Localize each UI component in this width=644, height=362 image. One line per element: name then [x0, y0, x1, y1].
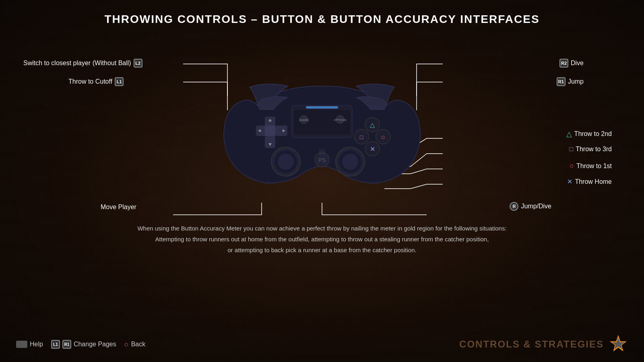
- svg-point-37: [324, 151, 325, 152]
- footer: Help L1 R1 Change Pages ○ Back CONTROLS …: [0, 335, 644, 354]
- switch-player-text: Switch to closest player (Without Ball): [23, 60, 131, 67]
- throw-home-text: Throw Home: [575, 178, 612, 185]
- astros-logo: [609, 335, 628, 354]
- svg-point-29: [342, 154, 358, 170]
- svg-point-35: [320, 151, 321, 152]
- svg-rect-8: [265, 136, 275, 148]
- l2-badge: L2: [134, 59, 142, 68]
- change-pages-control[interactable]: L1 R1 Change Pages: [51, 340, 116, 349]
- svg-text:○: ○: [381, 133, 386, 141]
- throw-1st-label: ○ Throw to 1st: [570, 162, 612, 170]
- svg-point-39: [322, 153, 323, 154]
- controller-image: SHARE OPTIONS: [217, 57, 427, 195]
- r1-badge: R1: [557, 77, 566, 86]
- svg-text:OPTIONS: OPTIONS: [334, 119, 347, 121]
- back-label: Back: [131, 341, 146, 348]
- jump-dive-label: R Jump/Dive: [510, 202, 551, 211]
- page-title: THROWING CONTROLS – BUTTON & BUTTON ACCU…: [0, 0, 644, 26]
- svg-rect-10: [275, 125, 287, 136]
- description-line: When using the Button Accuracy Meter you…: [137, 225, 506, 253]
- throw-3rd-label: □ Throw to 3rd: [570, 146, 612, 153]
- help-control[interactable]: Help: [16, 341, 43, 348]
- l1-small-badge: L1: [51, 340, 60, 349]
- change-pages-label: Change Pages: [74, 341, 116, 348]
- jump-text: Jump: [568, 78, 584, 85]
- move-player-label: Move Player: [101, 204, 136, 211]
- square-icon: □: [570, 146, 574, 153]
- dive-label: R2 Dive: [559, 59, 584, 68]
- throw-cutoff-label: Throw to Cutoff L1: [68, 77, 124, 86]
- svg-text:SHARE: SHARE: [299, 119, 309, 121]
- throw-2nd-label: △ Throw to 2nd: [566, 130, 612, 138]
- r-stick-badge: R: [510, 202, 518, 211]
- throw-1st-text: Throw to 1st: [576, 162, 612, 170]
- back-control[interactable]: ○ Back: [124, 340, 145, 349]
- controller-area: SHARE OPTIONS: [0, 30, 644, 223]
- help-icon-btn: [16, 341, 27, 348]
- triangle-icon: △: [566, 130, 572, 138]
- svg-rect-1: [306, 106, 338, 109]
- footer-brand: CONTROLS & STRATEGIES: [459, 335, 628, 354]
- footer-controls: Help L1 R1 Change Pages ○ Back: [16, 340, 145, 349]
- move-player-text: Move Player: [101, 204, 136, 211]
- svg-point-36: [322, 151, 323, 152]
- svg-text:□: □: [360, 134, 363, 140]
- description-text: When using the Button Accuracy Meter you…: [32, 223, 612, 255]
- help-label: Help: [30, 341, 43, 348]
- svg-text:✕: ✕: [370, 146, 375, 152]
- switch-player-label: Switch to closest player (Without Ball) …: [23, 59, 142, 68]
- description-area: When using the Button Accuracy Meter you…: [0, 223, 644, 255]
- svg-point-38: [320, 153, 321, 154]
- brand-text: CONTROLS & STRATEGIES: [459, 339, 604, 350]
- throw-home-label: ✕ Throw Home: [567, 178, 612, 185]
- svg-point-32: [320, 149, 321, 150]
- svg-point-34: [324, 149, 325, 150]
- r1-small-badge: R1: [62, 340, 71, 349]
- jump-dive-text: Jump/Dive: [521, 203, 551, 210]
- svg-text:△: △: [370, 121, 375, 128]
- svg-point-26: [278, 154, 294, 170]
- svg-text:PS: PS: [318, 157, 326, 163]
- svg-rect-11: [265, 125, 275, 136]
- svg-point-33: [322, 149, 323, 150]
- svg-point-40: [324, 153, 325, 154]
- dive-text: Dive: [571, 60, 584, 67]
- jump-label: R1 Jump: [557, 77, 584, 86]
- cross-icon: ✕: [567, 178, 572, 185]
- throw-2nd-text: Throw to 2nd: [574, 130, 612, 138]
- circle-icon: ○: [570, 162, 574, 170]
- throw-3rd-text: Throw to 3rd: [576, 146, 612, 153]
- r2-badge: R2: [559, 59, 568, 68]
- throw-cutoff-text: Throw to Cutoff: [68, 78, 112, 85]
- l1-badge: L1: [115, 77, 124, 86]
- back-circle-icon: ○: [124, 340, 129, 349]
